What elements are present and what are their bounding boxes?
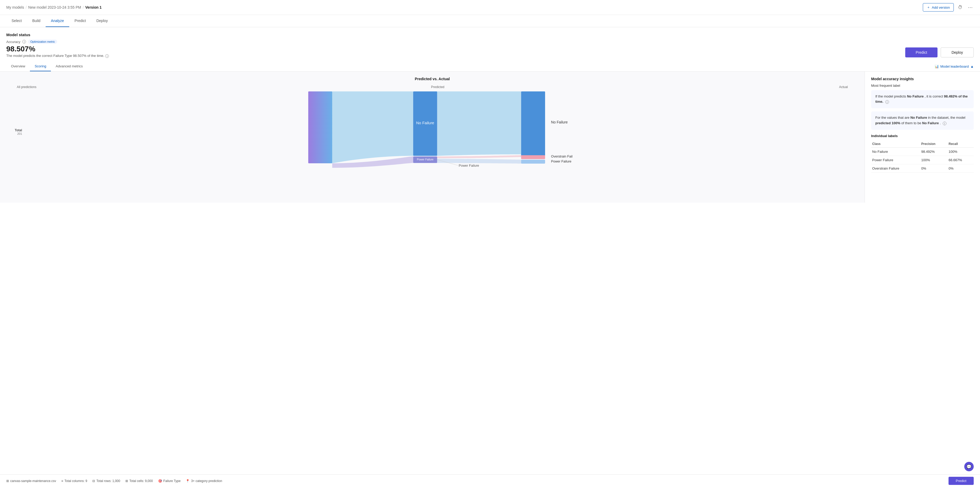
deploy-button-main[interactable]: Deploy bbox=[941, 48, 974, 57]
more-options-icon[interactable]: ⋯ bbox=[967, 3, 974, 11]
model-name: New model 2023-10-24 3:55 PM bbox=[28, 5, 81, 10]
col-predicted-label: Predicted bbox=[431, 85, 444, 89]
actual-overstrain-bar bbox=[521, 155, 545, 159]
leaderboard-label: Model leaderboard bbox=[940, 65, 969, 68]
actual-power-label: Power Failure bbox=[551, 159, 571, 163]
nav-tabs: Select Build Analyze Predict Deploy bbox=[0, 15, 980, 27]
info-icon: i bbox=[22, 40, 26, 43]
total-label: Total 201 bbox=[6, 128, 22, 135]
card2-info-icon: i bbox=[943, 122, 947, 125]
plus-icon: ＋ bbox=[927, 5, 930, 10]
card2-label1: No Failure bbox=[910, 116, 927, 119]
tab-deploy[interactable]: Deploy bbox=[91, 15, 113, 27]
model-status-title: Model status bbox=[6, 32, 974, 37]
predicted-bar-label: No Failure bbox=[416, 121, 434, 125]
left-bar bbox=[308, 91, 332, 163]
header-actions: ＋ Add version ⏱ ⋯ bbox=[923, 3, 974, 11]
precision-cell: 0% bbox=[920, 164, 948, 173]
tab-analyze[interactable]: Analyze bbox=[46, 15, 69, 27]
breadcrumb: My models / New model 2023-10-24 3:55 PM… bbox=[6, 5, 102, 10]
version-label: Version 1 bbox=[85, 5, 102, 10]
chart-area: Predicted vs. Actual All predictions Pre… bbox=[0, 71, 865, 203]
tab-select[interactable]: Select bbox=[6, 15, 27, 27]
predict-button-main[interactable]: Predict bbox=[905, 48, 938, 57]
labels-table: Class Precision Recall No Failure 98.492… bbox=[871, 141, 974, 173]
subtab-scoring[interactable]: Scoring bbox=[30, 62, 51, 71]
recall-cell: 0% bbox=[948, 164, 974, 173]
actual-power-bar bbox=[521, 160, 545, 163]
power-failure-below-label: Power Failure bbox=[459, 163, 479, 167]
card2-suffix: of them to be bbox=[901, 121, 922, 125]
add-version-label: Add version bbox=[932, 5, 950, 10]
desc-info-icon: i bbox=[105, 54, 109, 58]
accuracy-desc-text: The model predicts the correct Failure T… bbox=[6, 54, 104, 58]
actual-no-failure-bar bbox=[521, 91, 545, 156]
sep2: / bbox=[83, 5, 84, 10]
recall-cell: 66.667% bbox=[948, 156, 974, 164]
header: My models / New model 2023-10-24 3:55 PM… bbox=[0, 0, 980, 15]
total-text: Total bbox=[6, 128, 22, 132]
class-cell: Power Failure bbox=[871, 156, 920, 164]
actual-overstrain-label: Overstrain Fail bbox=[551, 155, 573, 158]
accuracy-row: Accuracy i Optimization metric bbox=[6, 40, 974, 44]
card1-info-icon: i bbox=[885, 100, 889, 104]
right-panel: Model accuracy insights Most frequent la… bbox=[865, 71, 980, 203]
card2-end: . bbox=[940, 121, 941, 125]
sankey-chart: Total 201 bbox=[6, 90, 858, 174]
total-value: 201 bbox=[6, 132, 22, 135]
precision-cell: 98.492% bbox=[920, 147, 948, 156]
my-models-link[interactable]: My models bbox=[6, 5, 24, 10]
precision-cell: 100% bbox=[920, 156, 948, 164]
col-precision: Precision bbox=[920, 141, 948, 148]
col-recall: Recall bbox=[948, 141, 974, 148]
tab-build[interactable]: Build bbox=[27, 15, 46, 27]
flow-no-failure-left-mid bbox=[332, 91, 414, 163]
class-cell: No Failure bbox=[871, 147, 920, 156]
chevron-up-icon: ▲ bbox=[970, 65, 974, 68]
chart-title: Predicted vs. Actual bbox=[6, 77, 858, 81]
flow-overstrain-mid-right bbox=[437, 155, 521, 158]
labels-table-body: No Failure 98.492% 100% Power Failure 10… bbox=[871, 147, 974, 173]
sankey-svg: No Failure Power Failure No Failure Over… bbox=[22, 90, 858, 174]
card2-prefix: For the values that are bbox=[875, 116, 910, 119]
leaderboard-button[interactable]: 📊 Model leaderboard ▲ bbox=[935, 65, 974, 68]
subtab-overview[interactable]: Overview bbox=[6, 62, 30, 71]
accuracy-label: Accuracy bbox=[6, 40, 20, 44]
card2-middle: in the dataset, the model bbox=[928, 116, 965, 119]
flow-power-mid-right bbox=[437, 159, 521, 163]
history-icon[interactable]: ⏱ bbox=[957, 4, 964, 11]
add-version-button[interactable]: ＋ Add version bbox=[923, 3, 954, 11]
col-all-label: All predictions bbox=[17, 85, 37, 89]
insight-card-1: If the model predicts No Failure , it is… bbox=[871, 90, 974, 108]
actual-no-failure-label: No Failure bbox=[551, 120, 568, 124]
recall-cell: 100% bbox=[948, 147, 974, 156]
flow-no-failure-mid-right bbox=[437, 91, 521, 156]
individual-labels-section: Individual labels Class Precision Recall… bbox=[871, 134, 974, 173]
insight-card-2: For the values that are No Failure in th… bbox=[871, 111, 974, 130]
card1-prefix: If the model predicts bbox=[875, 94, 907, 98]
leaderboard-icon: 📊 bbox=[935, 65, 939, 68]
individual-labels-title: Individual labels bbox=[871, 134, 974, 138]
card2-label2: predicted 100% bbox=[875, 121, 900, 125]
chart-column-labels: All predictions Predicted Actual bbox=[6, 85, 858, 89]
card1-middle: , it is correct bbox=[925, 94, 944, 98]
table-row: Power Failure 100% 66.667% bbox=[871, 156, 974, 164]
insights-title: Model accuracy insights bbox=[871, 77, 974, 81]
class-cell: Overstrain Failure bbox=[871, 164, 920, 173]
frequent-label-title: Most frequent label bbox=[871, 84, 974, 87]
sub-tabs-row: Overview Scoring Advanced metrics 📊 Mode… bbox=[0, 62, 980, 71]
sub-tabs: Overview Scoring Advanced metrics bbox=[6, 62, 88, 71]
card2-label3: No Failure bbox=[922, 121, 939, 125]
col-class: Class bbox=[871, 141, 920, 148]
table-row: No Failure 98.492% 100% bbox=[871, 147, 974, 156]
col-actual-label: Actual bbox=[839, 85, 848, 89]
table-row: Overstrain Failure 0% 0% bbox=[871, 164, 974, 173]
subtab-advanced[interactable]: Advanced metrics bbox=[51, 62, 88, 71]
action-buttons: Predict Deploy bbox=[0, 48, 980, 57]
card1-label1: No Failure bbox=[907, 94, 924, 98]
labels-table-header: Class Precision Recall bbox=[871, 141, 974, 148]
sep1: / bbox=[26, 5, 27, 10]
predicted-power-label: Power Failure bbox=[417, 158, 434, 161]
tab-predict[interactable]: Predict bbox=[69, 15, 91, 27]
main-content: Predicted vs. Actual All predictions Pre… bbox=[0, 71, 980, 203]
